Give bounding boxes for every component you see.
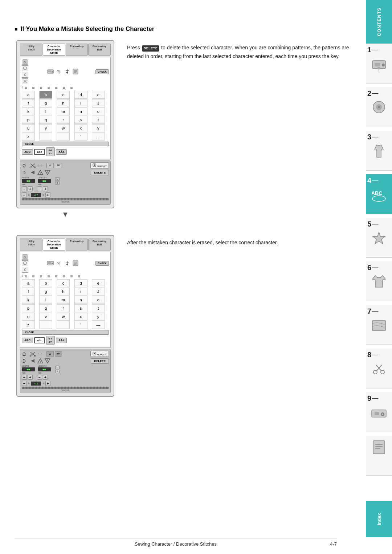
icon-n-2[interactable]: N xyxy=(22,254,28,260)
triangle-down-icon-2[interactable] xyxy=(44,358,51,364)
char-apos-2[interactable]: ' xyxy=(74,321,87,329)
memory-button-1[interactable]: MEMORY xyxy=(90,162,109,168)
char-t-2[interactable]: t xyxy=(92,304,105,312)
memory-button-2[interactable]: MEMORY xyxy=(90,351,109,357)
char-d-2[interactable]: d xyxy=(74,279,87,287)
char-q-1[interactable]: q xyxy=(39,116,52,124)
tab-embroidery-1[interactable]: Embroidery xyxy=(66,44,88,56)
char-h-1[interactable]: h xyxy=(57,99,70,107)
char-o-1[interactable]: o xyxy=(92,107,105,115)
plus-width-1[interactable]: + xyxy=(28,186,33,191)
sidebar-item-3[interactable]: 3 — xyxy=(366,131,392,171)
d-icon-2[interactable]: D xyxy=(22,358,28,364)
icon-n-1[interactable]: N xyxy=(22,59,28,65)
char-m-1[interactable]: m xyxy=(57,107,70,115)
char-r-2[interactable]: r xyxy=(57,304,70,312)
char-y-1[interactable]: y xyxy=(92,124,105,132)
check-button-2[interactable]: CHECK xyxy=(95,261,109,266)
char-d-1[interactable]: d xyxy=(74,91,87,99)
abc-num-button-2[interactable]: 0~9&?! xyxy=(46,336,55,345)
l-button-2[interactable]: L xyxy=(55,366,60,369)
abc-button-2[interactable]: ABC xyxy=(22,338,33,343)
char-g-1[interactable]: g xyxy=(39,99,52,107)
char-dash-1[interactable]: — xyxy=(92,133,105,140)
sidebar-index-label[interactable]: Index xyxy=(366,501,392,537)
s-button-1[interactable]: S xyxy=(55,181,60,185)
abc-special-button-2[interactable]: ÄÅä xyxy=(56,338,67,343)
icon-loop-2[interactable] xyxy=(22,260,28,266)
char-m-2[interactable]: m xyxy=(57,296,70,304)
char-b-2[interactable]: b xyxy=(39,279,52,287)
plus-tension-2[interactable]: + xyxy=(45,381,50,386)
icon-c-2[interactable] xyxy=(22,267,28,273)
tab-utility-stitch-2[interactable]: UtilityStitch xyxy=(20,239,42,250)
sidebar-item-9[interactable]: 9 — xyxy=(366,392,392,432)
char-k-1[interactable]: k xyxy=(22,107,35,115)
omega-icon-2[interactable]: Ω xyxy=(22,351,28,357)
tab-character-stitch-2[interactable]: CharacterDecorativeStitch xyxy=(43,239,65,250)
sidebar-item-5[interactable]: 5 — xyxy=(366,218,392,258)
char-u-1[interactable]: u xyxy=(22,124,35,132)
minus-width-2[interactable]: − xyxy=(22,375,27,380)
icon-x-1[interactable] xyxy=(22,78,28,84)
char-l-1[interactable]: l xyxy=(39,107,52,115)
check-button-1[interactable]: CHECK xyxy=(95,69,109,74)
tab-edit-2[interactable]: EmbroideryEdit xyxy=(88,239,111,250)
char-o-2[interactable]: o xyxy=(92,296,105,304)
tab-edit-1[interactable]: EmbroideryEdit xyxy=(88,44,111,56)
char-c-1[interactable]: c xyxy=(57,91,70,99)
char-y-2[interactable]: y xyxy=(92,313,105,321)
sidebar-item-6[interactable]: 6 — xyxy=(366,261,392,301)
char-s-1[interactable]: s xyxy=(74,116,87,124)
char-f-1[interactable]: f xyxy=(22,99,35,107)
sidebar-item-4[interactable]: 4 — ABC xyxy=(366,174,392,214)
icon-c-1[interactable] xyxy=(22,72,28,78)
tab-character-stitch-1[interactable]: CharacterDecorativeStitch xyxy=(43,44,65,56)
char-p-2[interactable]: p xyxy=(22,304,35,312)
char-c-2[interactable]: c xyxy=(57,279,70,287)
abc-special-button-1[interactable]: ÄÅä xyxy=(56,149,67,155)
char-i-2[interactable]: i xyxy=(74,288,87,296)
triangle-up-icon-1[interactable] xyxy=(37,170,44,175)
char-v-1[interactable]: v xyxy=(39,124,52,132)
char-z-1[interactable]: z xyxy=(22,133,35,140)
char-h-2[interactable]: h xyxy=(57,288,70,296)
tab-utility-stitch-1[interactable]: UtilityStitch xyxy=(20,44,42,56)
char-w-1[interactable]: w xyxy=(57,124,70,132)
sidebar-item-1[interactable]: 1 — xyxy=(366,44,392,83)
minus-width-1[interactable]: − xyxy=(22,186,27,191)
tab-embroidery-2[interactable]: Embroidery xyxy=(66,239,88,250)
char-l-2[interactable]: l xyxy=(39,296,52,304)
minus-length-2[interactable]: − xyxy=(37,375,42,380)
char-v-2[interactable]: v xyxy=(39,313,52,321)
triangle-down-icon-1[interactable] xyxy=(44,170,51,175)
char-a-1[interactable]: a xyxy=(22,91,35,99)
close-button-1[interactable]: CLOSE xyxy=(22,142,109,146)
delete-button-2[interactable]: DELETE xyxy=(91,358,109,364)
sidebar-item-notes[interactable] xyxy=(366,436,392,476)
w-button-2[interactable]: W xyxy=(46,351,54,357)
sidebar-item-8[interactable]: 8 — xyxy=(366,349,392,388)
s-button-2[interactable]: S xyxy=(55,370,60,373)
plus-width-2[interactable]: + xyxy=(28,375,33,380)
char-q-2[interactable]: q xyxy=(39,304,52,312)
scissors2-icon-1[interactable] xyxy=(29,163,36,168)
triangle-up-icon-2[interactable] xyxy=(37,358,44,364)
char-n-2[interactable]: n xyxy=(74,296,87,304)
char-a-2[interactable]: a xyxy=(22,279,35,287)
d-icon-1[interactable]: D xyxy=(22,170,28,175)
sidebar-item-7[interactable]: 7 — xyxy=(366,305,392,345)
char-g-2[interactable]: g xyxy=(39,288,52,296)
omega-icon-1[interactable]: Ω xyxy=(22,163,28,168)
abc-num-button-1[interactable]: 0~9&?! xyxy=(46,147,55,156)
abc-button-1[interactable]: ABC xyxy=(22,149,33,155)
scissors2-icon-2[interactable] xyxy=(29,351,36,357)
l-button-1[interactable]: L xyxy=(55,177,60,181)
char-f-2[interactable]: f xyxy=(22,288,35,296)
char-r-1[interactable]: r xyxy=(57,116,70,124)
char-j-2[interactable]: J xyxy=(92,288,105,296)
stars-icon-2[interactable]: ☆☆☆ xyxy=(37,351,44,357)
char-i-1[interactable]: i xyxy=(74,99,87,107)
char-e-2[interactable]: e xyxy=(92,279,105,287)
minus-tension-2[interactable]: − xyxy=(22,381,27,386)
